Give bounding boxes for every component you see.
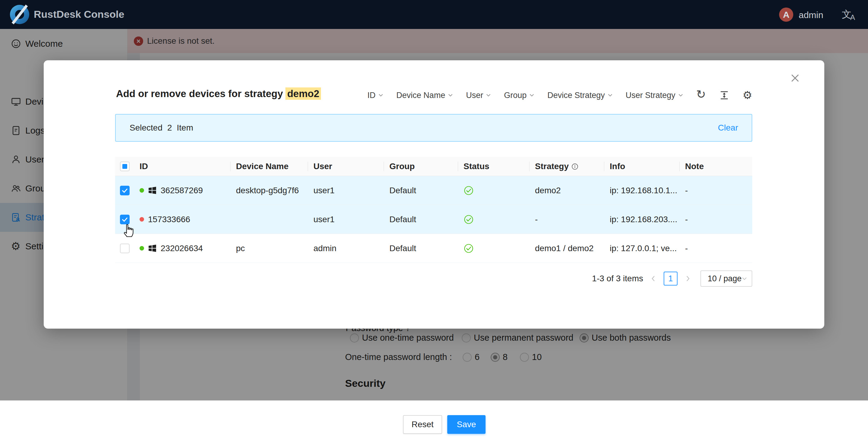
id-cell: 362587269 xyxy=(134,176,230,205)
column-header-status: Status xyxy=(458,157,530,176)
select-all-checkbox[interactable] xyxy=(120,161,130,171)
note-cell: - xyxy=(680,234,752,263)
status-ok-icon xyxy=(464,214,474,225)
filter-device-name[interactable]: Device Name xyxy=(396,91,453,100)
online-status-dot xyxy=(140,188,144,192)
modal-title-text: Add or remove devices for strategy xyxy=(116,88,283,99)
status-cell xyxy=(458,234,530,263)
table-row[interactable]: 157333666 user1 Default - ip: 192.168.20… xyxy=(115,205,752,234)
chevron-down-icon xyxy=(378,94,383,97)
status-cell xyxy=(458,176,530,205)
column-header-id: ID xyxy=(134,157,230,176)
column-header-info: Info xyxy=(604,157,680,176)
device-name-cell: desktop-g5dg7f6 xyxy=(230,176,308,205)
close-icon[interactable] xyxy=(789,72,801,84)
filter-user[interactable]: User xyxy=(466,91,491,100)
filter-id[interactable]: ID xyxy=(367,91,383,100)
strategy-cell: demo1 / demo2 xyxy=(530,234,604,263)
filter-label: ID xyxy=(367,91,375,100)
row-checkbox[interactable] xyxy=(120,215,130,224)
user-name[interactable]: admin xyxy=(799,10,824,20)
modal-title: Add or remove devices for strategydemo2 xyxy=(116,88,321,99)
info-cell: ip: 192.168.10.1... xyxy=(604,176,680,205)
filter-label: Device Name xyxy=(396,91,445,100)
info-cell: ip: 192.168.203.... xyxy=(604,205,680,234)
column-header-note: Note xyxy=(680,157,752,176)
windows-os-icon xyxy=(148,244,157,252)
pagination: 1-3 of 3 items 1 10 / page xyxy=(592,270,752,288)
chevron-down-icon xyxy=(448,94,453,97)
filter-device-strategy[interactable]: Device Strategy xyxy=(547,91,613,100)
page-size-select[interactable]: 10 / page xyxy=(701,270,752,287)
info-icon[interactable] xyxy=(571,163,579,170)
chevron-down-icon xyxy=(608,94,613,97)
strategy-name-highlight: demo2 xyxy=(285,87,321,100)
language-translate-icon[interactable]: 文A xyxy=(842,8,856,21)
table-row[interactable]: 232026634 pc admin Default demo1 / demo2… xyxy=(115,234,752,263)
next-page-icon[interactable] xyxy=(685,275,691,282)
select-all-cell xyxy=(115,157,134,176)
page-1-button[interactable]: 1 xyxy=(664,272,678,286)
user-cell: user1 xyxy=(308,205,384,234)
page-size-value: 10 / page xyxy=(708,274,742,283)
id-cell: 157333666 xyxy=(134,205,230,234)
offline-status-dot xyxy=(140,217,144,221)
user-cell: user1 xyxy=(308,176,384,205)
note-cell: - xyxy=(680,176,752,205)
filter-label: User xyxy=(466,91,483,100)
rustdesk-console-app: Password type ? Use one-time password Us… xyxy=(0,0,868,448)
note-cell: - xyxy=(680,205,752,234)
selection-summary-bar: Selected 2 Item Clear xyxy=(115,114,752,142)
row-checkbox[interactable] xyxy=(120,244,130,253)
column-header-strategy: Strategy xyxy=(530,157,604,176)
rustdesk-logo-icon xyxy=(10,5,29,24)
device-name-cell xyxy=(230,205,308,234)
group-cell: Default xyxy=(384,205,458,234)
filter-label: Device Strategy xyxy=(547,91,605,100)
pagination-total: 1-3 of 3 items xyxy=(592,274,643,283)
column-header-user: User xyxy=(308,157,384,176)
user-cell: admin xyxy=(308,234,384,263)
table-settings-gear-icon[interactable]: ⚙ xyxy=(743,90,752,100)
table-row[interactable]: 362587269 desktop-g5dg7f6 user1 Default … xyxy=(115,176,752,205)
chevron-down-icon xyxy=(678,94,683,97)
user-avatar[interactable]: A xyxy=(779,7,793,22)
refresh-icon[interactable]: ↻ xyxy=(696,89,706,99)
chevron-down-icon xyxy=(742,277,747,280)
page-footer: Reset Save xyxy=(0,400,868,448)
app-title: RustDesk Console xyxy=(34,8,124,20)
add-remove-devices-modal: Add or remove devices for strategydemo2 … xyxy=(44,60,824,329)
selection-count: 2 xyxy=(167,123,172,133)
row-checkbox[interactable] xyxy=(120,186,130,196)
status-ok-icon xyxy=(464,185,474,196)
chevron-down-icon xyxy=(486,94,491,97)
clear-selection-button[interactable]: Clear xyxy=(718,123,738,133)
id-cell: 232026634 xyxy=(134,234,230,263)
selection-prefix: Selected xyxy=(130,123,162,133)
selection-unit: Item xyxy=(177,123,193,133)
table-header-row: ID Device Name User Group Status Strateg… xyxy=(115,157,752,176)
app-bar: RustDesk Console A admin 文A xyxy=(0,0,868,29)
group-cell: Default xyxy=(384,234,458,263)
prev-page-icon[interactable] xyxy=(650,275,656,282)
device-id: 232026634 xyxy=(161,244,203,253)
strategy-cell: - xyxy=(530,205,604,234)
online-status-dot xyxy=(140,246,144,250)
group-cell: Default xyxy=(384,176,458,205)
column-height-icon[interactable] xyxy=(719,90,730,100)
device-name-cell: pc xyxy=(230,234,308,263)
selection-summary-text: Selected 2 Item xyxy=(130,123,193,133)
reset-button[interactable]: Reset xyxy=(403,415,442,434)
device-id: 362587269 xyxy=(161,186,203,196)
devices-table: ID Device Name User Group Status Strateg… xyxy=(115,157,752,263)
info-cell: ip: 127.0.0.1; ve... xyxy=(604,234,680,263)
column-header-device-name: Device Name xyxy=(230,157,308,176)
filter-group[interactable]: Group xyxy=(504,91,534,100)
status-cell xyxy=(458,205,530,234)
column-header-group: Group xyxy=(384,157,458,176)
filter-label: Group xyxy=(504,91,527,100)
save-button[interactable]: Save xyxy=(447,415,486,434)
device-id: 157333666 xyxy=(148,215,190,224)
windows-os-icon xyxy=(148,186,157,195)
filter-user-strategy[interactable]: User Strategy xyxy=(626,91,683,100)
